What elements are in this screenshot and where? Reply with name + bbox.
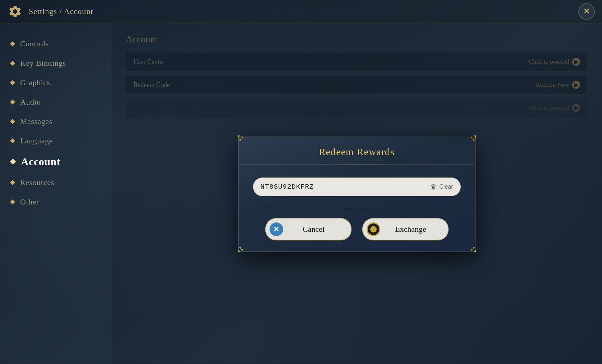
diamond-icon [10, 61, 15, 66]
header-title: Settings / Account [29, 7, 93, 16]
svg-rect-1 [238, 135, 239, 138]
diamond-icon [10, 80, 15, 85]
clear-button[interactable]: 🗑 Clear [431, 183, 453, 191]
diamond-icon [10, 180, 15, 185]
content-area: Account User Center Click to proceed ▶ R… [111, 23, 602, 364]
dialog-overlay: Redeem Rewards 🗑 Clear [111, 23, 602, 364]
header: Settings / Account ✕ [0, 0, 602, 23]
sidebar-item-account[interactable]: Account [0, 151, 111, 173]
cancel-icon: ✕ [270, 222, 283, 236]
sidebar-item-controls[interactable]: Controls [0, 34, 111, 54]
sidebar-item-audio[interactable]: Audio [0, 92, 111, 112]
svg-rect-7 [475, 250, 476, 252]
corner-decoration-bl [238, 242, 248, 252]
trash-icon: 🗑 [431, 183, 437, 191]
cancel-button[interactable]: ✕ Cancel [265, 218, 351, 240]
diamond-icon [10, 199, 15, 204]
dialog-body: 🗑 Clear [239, 165, 475, 209]
diamond-icon [10, 138, 15, 143]
input-separator [426, 182, 426, 192]
sidebar-item-resources[interactable]: Resources [0, 173, 111, 192]
diamond-icon [10, 119, 15, 124]
exchange-label: Exchange [385, 225, 437, 234]
sidebar-item-graphics[interactable]: Graphics [0, 73, 111, 92]
redeem-input-wrap: 🗑 Clear [253, 178, 461, 196]
corner-decoration-tr [466, 135, 476, 146]
sidebar-item-other[interactable]: Other [0, 192, 111, 212]
cancel-label: Cancel [288, 225, 340, 234]
corner-decoration-tl [238, 135, 248, 146]
redeem-dialog: Redeem Rewards 🗑 Clear [238, 136, 475, 252]
corner-decoration-br [466, 242, 476, 252]
close-button[interactable]: ✕ [578, 3, 595, 20]
gear-icon [7, 4, 23, 19]
svg-rect-5 [238, 250, 239, 252]
svg-rect-3 [475, 135, 476, 138]
sidebar: Controls Key Bindings Graphics Audio Mes… [0, 23, 111, 364]
diamond-icon [10, 41, 15, 46]
exchange-button[interactable]: Exchange [362, 218, 449, 240]
dialog-header: Redeem Rewards [239, 136, 475, 165]
dialog-footer: ✕ Cancel Exchange [239, 209, 475, 251]
redeem-code-input[interactable] [261, 183, 422, 191]
exchange-icon [367, 222, 380, 236]
diamond-icon [10, 100, 15, 105]
clear-label: Clear [439, 184, 453, 190]
sidebar-item-messages[interactable]: Messages [0, 112, 111, 131]
dialog-title: Redeem Rewards [249, 146, 464, 158]
diamond-icon-active [10, 159, 16, 165]
sidebar-item-key-bindings[interactable]: Key Bindings [0, 54, 111, 73]
sidebar-item-language[interactable]: Language [0, 131, 111, 151]
